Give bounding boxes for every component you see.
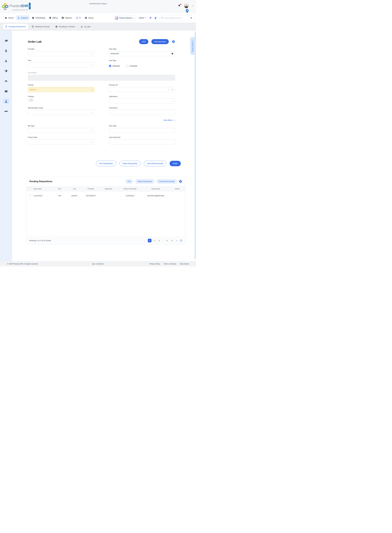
scrollbar[interactable] xyxy=(195,32,196,259)
view-more-link[interactable]: View More xyxy=(163,119,175,121)
nav-patients[interactable]: Patients xyxy=(15,15,30,20)
nav-scheduling[interactable]: Scheduling xyxy=(30,15,47,20)
paper-requisition-soft-button[interactable]: Paper Requisition xyxy=(135,179,155,184)
provider-select[interactable] xyxy=(28,51,95,56)
sidebar-billing-icon[interactable]: $ xyxy=(3,48,9,53)
print-requisition-button[interactable]: Print Requisition xyxy=(96,161,116,166)
priority-label: Priority xyxy=(28,84,95,86)
test-select[interactable] xyxy=(28,62,95,68)
priority-select[interactable]: Medium xyxy=(28,87,95,92)
chevron-down-icon xyxy=(91,64,93,66)
add-specimen-button[interactable]: Add Specimen xyxy=(151,39,169,44)
sidebar-documents-icon[interactable] xyxy=(3,79,9,84)
terms-of-service-link[interactable]: Terms of Service xyxy=(163,263,176,265)
nav-reports[interactable]: Reports xyxy=(60,15,74,20)
sidebar-health-card-icon[interactable] xyxy=(3,38,9,43)
chevron-down-icon xyxy=(133,17,135,19)
laboratory-select[interactable] xyxy=(109,99,175,104)
fasting-toggle[interactable] xyxy=(28,99,33,101)
results-summary: Showing 1 to 5 of 42 results xyxy=(29,239,51,242)
lab-type-external-radio[interactable]: External xyxy=(109,65,120,67)
tab-pending-requisitions[interactable]: Pending Requisitions xyxy=(3,24,28,29)
aoe-button[interactable]: AOE xyxy=(139,39,149,44)
primary-dx-select[interactable] xyxy=(109,87,175,92)
nav-ai[interactable]: AI xyxy=(74,15,83,21)
lab-instruction-input[interactable] xyxy=(109,139,175,144)
col-test: Test xyxy=(52,188,67,190)
refresh-icon[interactable] xyxy=(180,239,182,242)
page-2-button[interactable]: 2 xyxy=(153,239,156,242)
paper-requisition-button[interactable]: Paper Requisition xyxy=(119,161,141,166)
sidebar-patient-icon[interactable] xyxy=(3,58,9,63)
nav-billing[interactable]: $ Billing xyxy=(47,15,60,20)
col-action: Action xyxy=(169,188,185,190)
tab-pending-dr-review[interactable]: Pending Dr. Review xyxy=(53,24,77,29)
chevron-down-icon xyxy=(91,141,93,143)
sidebar-labs-icon[interactable] xyxy=(3,99,9,104)
send-electronically-button[interactable]: Send Electronically xyxy=(144,161,166,166)
user-avatar[interactable] xyxy=(184,4,189,8)
practice-selector[interactable]: EBDSI xyxy=(139,17,147,19)
clock-icon xyxy=(92,263,94,265)
fax-button[interactable]: Fax xyxy=(125,179,133,184)
help-center-link[interactable]: Help Center xyxy=(180,263,189,265)
page-9-button[interactable]: 9 xyxy=(170,239,173,242)
search-filter-icon[interactable] xyxy=(190,17,192,19)
patient-location-pin-icon[interactable] xyxy=(185,9,189,14)
add-patient-icon[interactable] xyxy=(154,16,157,19)
nav-home[interactable]: Home xyxy=(3,15,15,21)
lab-instruction-text-input[interactable] xyxy=(111,141,173,143)
future-date-select[interactable] xyxy=(28,139,95,144)
tab-all-labs[interactable]: All Labs xyxy=(78,24,93,29)
page-3-button[interactable]: 3 xyxy=(157,239,161,242)
prev-page-button[interactable] xyxy=(143,239,147,242)
search-input[interactable] xyxy=(164,17,189,19)
chevron-down-icon xyxy=(91,130,93,132)
tab-waiting-for-result[interactable]: Waiting for Result xyxy=(29,24,52,29)
sidebar-medications-icon[interactable] xyxy=(3,109,9,114)
test-type-input[interactable] xyxy=(109,128,175,133)
billing-receipt-icon: $ xyxy=(49,17,51,19)
sidebar-insurance-shield-icon[interactable] xyxy=(3,69,9,74)
test-type-text-input[interactable] xyxy=(111,129,173,132)
sparkle-action-icon[interactable] xyxy=(149,16,152,19)
nav-setup[interactable]: Setup xyxy=(83,15,95,20)
order-button[interactable]: Order xyxy=(170,161,181,166)
page-1-button[interactable]: 1 xyxy=(148,239,151,242)
left-sidebar: $ xyxy=(0,31,12,261)
svg-text:$: $ xyxy=(50,17,51,18)
notifications-bell-icon[interactable] xyxy=(178,4,181,8)
brand-tagline: Simplifying Healthcare xyxy=(13,9,28,11)
select-all-checkbox[interactable] xyxy=(29,187,31,190)
current-user-menu[interactable]: Robert Williams xyxy=(114,15,137,21)
test-label: Test xyxy=(28,59,95,62)
visit-date-input[interactable]: 6/30/2025 xyxy=(109,51,175,56)
privacy-policy-link[interactable]: Privacy Policy xyxy=(149,263,160,265)
order-lab-settings-gear-icon[interactable] xyxy=(172,40,175,43)
bill-type-select[interactable] xyxy=(28,128,95,133)
lab-type-inhouse-radio[interactable]: In-house xyxy=(126,65,137,67)
menstruation-cycle-select[interactable] xyxy=(28,110,95,115)
send-electronically-soft-button[interactable]: Send Electronically xyxy=(156,179,177,184)
test-type-label: Test Type xyxy=(109,125,175,127)
pending-settings-gear-icon[interactable] xyxy=(179,180,182,183)
table-header: Entry Date Test Lab Provider Specimen Cl… xyxy=(26,186,185,191)
flow-sheet-tab[interactable]: ▲ Flow Sheet xyxy=(190,37,195,55)
row-checkbox[interactable] xyxy=(29,195,31,197)
user-avatar-small xyxy=(115,16,118,20)
search-icon[interactable] xyxy=(172,89,173,90)
comments-text-input[interactable] xyxy=(111,111,173,114)
next-page-button[interactable] xyxy=(175,239,178,242)
sidebar-messages-icon[interactable] xyxy=(3,89,9,94)
lab-tabs: Pending Requisitions Waiting for Result … xyxy=(0,23,196,31)
page-8-button[interactable]: 8 xyxy=(165,239,169,242)
quick-patient-search xyxy=(159,15,194,21)
calendar-icon[interactable] xyxy=(171,52,173,55)
ai-sparkle-icon xyxy=(76,17,78,19)
clipboard-clock-icon xyxy=(32,25,34,28)
cell-clinical-visit-date: 11/05/2024 xyxy=(117,195,143,197)
comments-input[interactable] xyxy=(109,110,175,115)
chevron-down-icon[interactable] xyxy=(192,5,194,7)
table-row[interactable]: 12/18/2024 TSH QUEST SSCHWART 11/05/2024… xyxy=(26,191,185,200)
provider-label: Provider xyxy=(28,48,95,50)
